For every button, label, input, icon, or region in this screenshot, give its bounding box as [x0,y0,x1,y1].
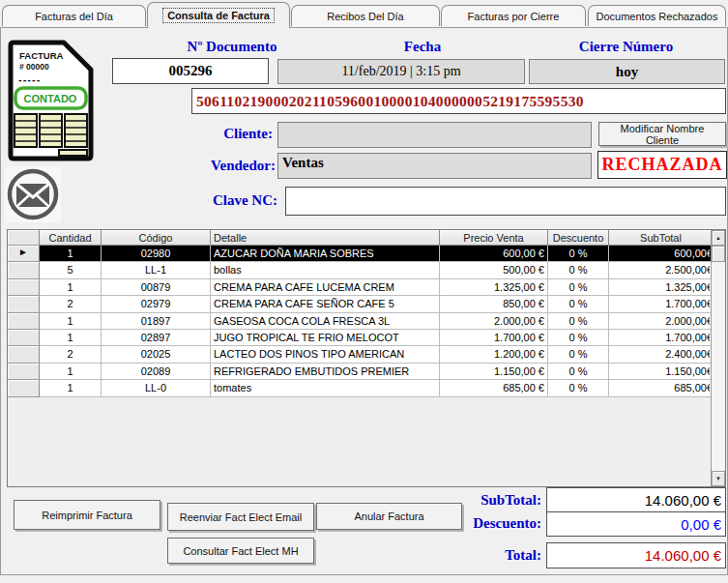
table-row[interactable]: 1 02980 AZUCAR DOÑA MARIA SOBRES 600,00 … [8,246,725,262]
cell-cantidad[interactable]: 1 [40,246,102,262]
cell-descuento[interactable]: 0 % [548,330,609,346]
cell-descuento[interactable]: 0 % [548,279,609,296]
cell-codigo[interactable]: 02980 [102,246,211,262]
table-row[interactable]: 1 02089 REFRIGERADO EMBUTIDOS PREMIER 1.… [8,364,725,380]
cell-precio-venta[interactable]: 500,00 € [440,262,548,278]
cell-cantidad[interactable]: 2 [40,296,102,312]
scroll-up-icon[interactable]: ▲ [712,230,725,246]
row-selector[interactable] [8,364,40,380]
table-row[interactable]: 1 00879 CREMA PARA CAFE LUCEMA CREM 1.32… [8,279,725,296]
doc-number-field[interactable]: 005296 [112,58,269,84]
cell-descuento[interactable]: 0 % [548,262,609,278]
row-selector[interactable] [8,313,40,330]
cell-descuento[interactable]: 0 % [548,313,609,330]
column-header-descuento[interactable]: Descuento [548,230,609,246]
cell-precio-venta[interactable]: 850,00 € [440,296,548,312]
cell-precio-venta[interactable]: 2.000,00 € [440,313,548,330]
cell-codigo[interactable]: 02025 [102,346,211,363]
cell-descuento[interactable]: 0 % [548,296,609,312]
subtotal-label: SubTotal: [406,492,541,509]
row-selector[interactable] [8,262,40,278]
grid-vertical-scrollbar[interactable]: ▲ ▼ [711,230,725,486]
cell-cantidad[interactable]: 1 [40,313,102,330]
cell-detalle[interactable]: CREMA PARA CAFE LUCEMA CREM [211,279,440,296]
cell-precio-venta[interactable]: 1.200,00 € [440,346,548,363]
cell-subtotal[interactable]: 1.700,00€ [609,330,712,346]
cell-subtotal[interactable]: 1.325,00€ [609,279,712,296]
cell-cantidad[interactable]: 1 [40,330,102,346]
cell-detalle[interactable]: tomates [211,380,440,396]
tab-consulta-de-factura[interactable]: Consulta de Factura [147,2,290,28]
cell-detalle[interactable]: JUGO TROPICAL TE FRIO MELOCOT [211,330,440,346]
table-row[interactable]: 5 LL-1 bollas 500,00 € 0 % 2.500,00€ [8,262,725,278]
consultar-fact-elect-mh-button[interactable]: Consultar Fact Elect MH [167,538,314,564]
table-row[interactable]: 2 02979 CREMA PARA CAFE SEÑOR CAFE 5 850… [8,296,725,312]
cell-subtotal[interactable]: 2.500,00€ [609,262,712,278]
cell-codigo[interactable]: 02089 [102,364,211,380]
tab-facturas-del-dia[interactable]: Facturas del Día [2,5,146,26]
cell-codigo[interactable]: 00879 [102,279,211,296]
column-header-subtotal[interactable]: SubTotal [609,230,712,246]
column-header-precio-venta[interactable]: Precio Venta [440,230,548,246]
cell-precio-venta[interactable]: 1.700,00 € [440,330,548,346]
grid-header-row: Cantidad Código Detalle Precio Venta Des… [8,230,725,246]
cell-detalle[interactable]: REFRIGERADO EMBUTIDOS PREMIER [211,364,440,380]
cell-precio-venta[interactable]: 1.325,00 € [440,279,548,296]
cell-subtotal[interactable]: 2.400,00€ [609,346,712,363]
row-selector[interactable] [8,330,40,346]
cell-descuento[interactable]: 0 % [548,346,609,363]
column-header-cantidad[interactable]: Cantidad [40,230,102,246]
cell-codigo[interactable]: 02897 [102,330,211,346]
scrollbar-thumb[interactable] [712,246,725,262]
column-header-detalle[interactable]: Detalle [211,230,440,246]
reenviar-fact-elect-email-button[interactable]: Reenviar Fact Elect Email [167,503,314,531]
cell-detalle[interactable]: bollas [211,262,440,278]
cell-subtotal[interactable]: 2.000,00€ [609,313,712,330]
cell-subtotal[interactable]: 600,00€ [609,246,712,262]
column-header-codigo[interactable]: Código [102,230,211,246]
tab-recibos-del-dia[interactable]: Recibos Del Día [291,5,440,26]
table-row[interactable]: 1 LL-0 tomates 685,00 € 0 % 685,00€ [8,380,725,396]
cell-cantidad[interactable]: 5 [40,262,102,278]
table-row[interactable]: 2 02025 LACTEO DOS PINOS TIPO AMERICAN 1… [8,346,725,363]
modificar-nombre-cliente-button[interactable]: Modificar Nombre Cliente [598,122,726,146]
cell-detalle[interactable]: LACTEO DOS PINOS TIPO AMERICAN [211,346,440,363]
tab-facturas-por-cierre[interactable]: Facturas por Cierre [441,5,586,26]
row-selector[interactable] [8,279,40,296]
row-selector[interactable] [8,296,40,312]
cell-subtotal[interactable]: 685,00€ [609,380,712,396]
cell-descuento[interactable]: 0 % [548,246,609,262]
cell-cantidad[interactable]: 1 [40,279,102,296]
cell-subtotal[interactable]: 1.150,00€ [609,364,712,380]
cell-precio-venta[interactable]: 685,00 € [440,380,548,396]
row-selector[interactable] [8,380,40,396]
cell-codigo[interactable]: LL-1 [102,262,211,278]
descuento-value[interactable]: 0,00 € [546,511,726,537]
clave-numerica-field[interactable]: 5061102190002021105960010000104000000521… [191,88,726,114]
cell-descuento[interactable]: 0 % [548,380,609,396]
clave-nc-field[interactable] [285,187,726,216]
cell-subtotal-value: 1.700,00 [665,332,707,343]
cell-precio-venta[interactable]: 1.150,00 € [440,364,548,380]
reimprimir-factura-button[interactable]: Reimprimir Factura [14,500,160,530]
cell-cantidad[interactable]: 2 [40,346,102,363]
row-selector[interactable] [8,346,40,363]
cell-detalle[interactable]: GASEOSA COCA COLA FRESCA 3L [211,313,440,330]
cell-codigo[interactable]: LL-0 [102,380,211,396]
tab-documentos-rechazados[interactable]: Documentos Rechazados [588,5,726,26]
table-row[interactable]: 1 01897 GASEOSA COCA COLA FRESCA 3L 2.00… [8,313,725,330]
cell-codigo[interactable]: 02979 [102,296,211,312]
cell-cantidad[interactable]: 1 [40,364,102,380]
table-row[interactable]: 1 02897 JUGO TROPICAL TE FRIO MELOCOT 1.… [8,330,725,346]
cell-precio-venta[interactable]: 600,00 € [440,246,548,262]
row-selector[interactable] [8,246,40,262]
cell-subtotal[interactable]: 1.700,00€ [609,296,712,312]
cell-codigo[interactable]: 01897 [102,313,211,330]
email-envelope-icon[interactable] [5,166,61,222]
cell-descuento[interactable]: 0 % [548,364,609,380]
cell-detalle[interactable]: CREMA PARA CAFE SEÑOR CAFE 5 [211,296,440,312]
cell-subtotal-value: 2.500,00 [665,264,707,276]
cell-cantidad[interactable]: 1 [40,380,102,396]
cell-detalle[interactable]: AZUCAR DOÑA MARIA SOBRES [211,246,440,262]
scroll-down-icon[interactable]: ▼ [712,471,725,486]
